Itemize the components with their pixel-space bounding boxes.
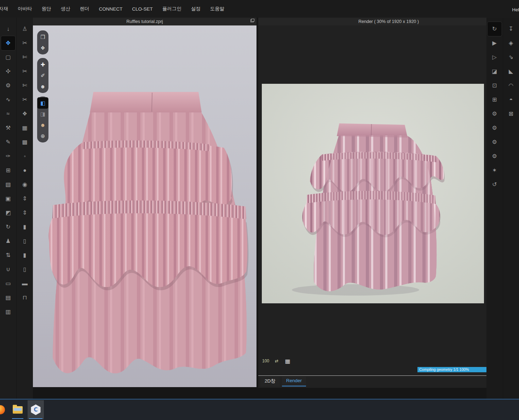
clo3d-application: 자재아바타원단생산렌더CONNECTCLO-SET플러그인설정도움말 Hell … xyxy=(0,0,519,420)
cut-and-sew-button[interactable]: ✂ xyxy=(18,36,32,50)
fabric-band-button[interactable]: ▬ xyxy=(18,276,32,291)
button-large-button[interactable]: ● xyxy=(18,163,32,177)
drape-refresh-icon: ↻ xyxy=(6,224,10,230)
buttonhole-button[interactable]: ◉ xyxy=(18,177,32,192)
avatar-skin-view-button[interactable]: ☻ xyxy=(38,119,48,130)
show-pins-button[interactable]: ✐ xyxy=(38,70,48,81)
fabric-roll-4-button[interactable]: ▯ xyxy=(18,262,32,276)
light-rays-button[interactable]: ⇘ xyxy=(504,50,518,64)
tape-measure-button[interactable]: ∪ xyxy=(1,262,15,276)
select-box-button[interactable]: ▢ xyxy=(1,50,15,64)
menu-materials[interactable]: 자재 xyxy=(0,6,8,12)
open-image-folder-button[interactable]: ⊞ xyxy=(488,93,502,107)
menu-closet[interactable]: CLO-SET xyxy=(132,6,153,12)
fabric-roll-1-icon: ▮ xyxy=(23,224,27,230)
edit-cut-alt-button[interactable]: ✄ xyxy=(18,78,32,93)
show-garment-icon: ✚ xyxy=(41,62,45,67)
fabric-roll-1-button[interactable]: ▮ xyxy=(18,220,32,234)
menu-render[interactable]: 렌더 xyxy=(80,6,90,12)
render-start-button[interactable]: ↻ xyxy=(488,22,502,36)
fabric-roll-3-button[interactable]: ▮ xyxy=(18,248,32,262)
zoom-100-button[interactable]: 100 xyxy=(262,357,270,365)
garment-measure-button[interactable]: ▤ xyxy=(1,291,15,305)
show-avatar-button[interactable]: ☻ xyxy=(38,81,48,92)
tab-2d-window[interactable]: 2D창 xyxy=(260,377,280,386)
render-sequence-button[interactable]: ▷ xyxy=(488,50,502,64)
zipper-open-button[interactable]: ⇕ xyxy=(18,192,32,206)
menu-fabric[interactable]: 원단 xyxy=(42,6,51,12)
fabric-back-view-button[interactable]: ◨ xyxy=(38,109,48,119)
checkerboard-shirt-button[interactable]: ▩ xyxy=(18,135,32,149)
user-greeting: Hell xyxy=(512,7,519,12)
pixel-grid-button[interactable]: ▦ xyxy=(284,357,292,365)
garment-measure-alt-button[interactable]: ▥ xyxy=(1,305,15,319)
dome-light-button[interactable]: ◓ xyxy=(504,93,518,107)
render-image-button[interactable]: ◪ xyxy=(488,64,502,78)
pin-garment-icon: ✣ xyxy=(6,69,10,74)
drape-refresh-button[interactable]: ↻ xyxy=(1,220,15,234)
spotlight-button[interactable]: ◣ xyxy=(504,64,518,78)
import-drop-button[interactable]: ↧ xyxy=(504,22,518,36)
layer-order-button[interactable]: ⇅ xyxy=(1,248,15,262)
taskbar-firefox-button[interactable] xyxy=(0,400,6,419)
tack-on-avatar-button[interactable]: ✑ xyxy=(1,149,15,163)
show-garment-points-button[interactable]: ❖ xyxy=(38,42,48,53)
menu-production[interactable]: 생산 xyxy=(61,6,70,12)
menu-avatar[interactable]: 아바타 xyxy=(18,6,32,12)
pin-needle-button[interactable]: ✎ xyxy=(1,135,15,149)
sewing-machine-button[interactable]: ⚙ xyxy=(1,78,15,93)
image-properties-button[interactable]: ⚙ xyxy=(488,107,502,121)
fabric-roll-2-button[interactable]: ▯ xyxy=(18,234,32,248)
render-video-button[interactable]: ▶ xyxy=(488,36,502,50)
render-wizard-button[interactable]: ✶ xyxy=(488,163,502,177)
fabric-front-view-button[interactable]: ◧ xyxy=(38,98,48,109)
select-move-button[interactable]: ✥ xyxy=(1,36,15,50)
segment-sewing-button[interactable]: ∿ xyxy=(1,93,15,107)
fold-arrangement-button[interactable]: ⊞ xyxy=(1,163,15,177)
viewport-titlebar[interactable]: Ruffles tutorial.zprj xyxy=(33,18,256,25)
menu-help[interactable]: 도움말 xyxy=(210,6,225,12)
snapshot-button[interactable]: ⊡ xyxy=(488,78,502,93)
render-titlebar[interactable]: Render ( 30% of 1920 x 1920 ) × xyxy=(258,18,519,25)
button-small-button[interactable]: ◦ xyxy=(18,149,32,163)
garment-copy-button[interactable]: ▣ xyxy=(1,192,15,206)
clamp-button[interactable]: ⊓ xyxy=(18,291,32,305)
checkerboard-flag-button[interactable]: ▦ xyxy=(18,121,32,135)
menu-plugin[interactable]: 플러그인 xyxy=(162,6,181,12)
ruler-measure-button[interactable]: ▭ xyxy=(1,276,15,291)
avatar-motion-button[interactable]: ♙ xyxy=(18,22,32,36)
menu-connect[interactable]: CONNECT xyxy=(99,6,123,12)
zipper-closed-button[interactable]: ⇕ xyxy=(18,206,32,220)
render-tab-bar: 2D창 Render xyxy=(260,377,306,386)
drape-fabric-button[interactable]: ◩ xyxy=(1,206,15,220)
scatter-pattern-button[interactable]: ❖ xyxy=(18,107,32,121)
taskbar-clo-button[interactable]: C xyxy=(28,400,44,419)
show-garment-button[interactable]: ✚ xyxy=(38,59,48,70)
taskbar-file-explorer-button[interactable] xyxy=(11,400,25,419)
area-light-button[interactable]: ◠ xyxy=(504,78,518,93)
scene-3d-button[interactable]: ❒ xyxy=(38,31,48,42)
tab-render[interactable]: Render xyxy=(282,377,306,386)
material-gem-button[interactable]: ◈ xyxy=(504,36,518,50)
render-history-button[interactable]: ↺ xyxy=(488,177,502,192)
pin-garment-button[interactable]: ✣ xyxy=(1,64,15,78)
camera-lock-button[interactable]: ⊠ xyxy=(504,107,518,121)
video-properties-button[interactable]: ⚙ xyxy=(488,149,502,163)
render-title: Render ( 30% of 1920 x 1920 ) xyxy=(358,19,419,24)
cut-sew-alt-button[interactable]: ✄ xyxy=(18,50,32,64)
edit-cut-button[interactable]: ✂ xyxy=(18,64,32,78)
jacket-style-button[interactable]: ▧ xyxy=(1,177,15,192)
light-properties-button[interactable]: ⚙ xyxy=(488,135,502,149)
menu-settings[interactable]: 설정 xyxy=(191,6,201,12)
viewport-3d-canvas[interactable]: ❒❖ ✚✐☻ ◧◨☻⊕ xyxy=(33,25,256,387)
float-window-icon[interactable] xyxy=(250,19,254,22)
sewing-tools-button[interactable]: ⚒ xyxy=(1,121,15,135)
trim-cut-button[interactable]: ✂ xyxy=(18,93,32,107)
free-sewing-button[interactable]: ≈ xyxy=(1,107,15,121)
mannequin-fit-button[interactable]: ♟ xyxy=(1,234,15,248)
zoom-fit-button[interactable]: ⇄ xyxy=(273,357,281,365)
camera-properties-button[interactable]: ⚙ xyxy=(488,121,502,135)
environment-globe-button[interactable]: ⊕ xyxy=(38,130,48,141)
simulate-button[interactable]: ↓ xyxy=(1,22,15,36)
jacket-style-icon: ▧ xyxy=(5,182,11,187)
